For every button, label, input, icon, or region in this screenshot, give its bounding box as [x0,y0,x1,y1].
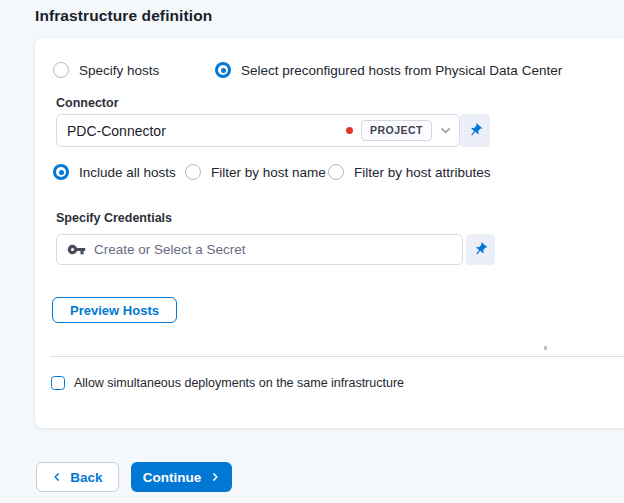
secret-select-field[interactable]: Create or Select a Secret [56,234,463,265]
credentials-label: Specify Credentials [56,211,172,225]
checkbox-unchecked-icon[interactable] [51,376,65,390]
connector-runtime-pin-button[interactable] [460,114,490,147]
simultaneous-deployments-checkbox-row[interactable]: Allow simultaneous deployments on the sa… [51,376,404,390]
connector-label: Connector [56,96,119,110]
back-button-label: Back [70,470,102,485]
radio-label-include-all-hosts: Include all hosts [79,165,176,180]
key-icon [67,240,86,259]
radio-label-specify-hosts: Specify hosts [79,63,159,78]
scope-badge: PROJECT [361,120,432,141]
radio-circle-unselected-icon[interactable] [328,164,344,180]
chevron-left-icon [52,471,62,483]
radio-filter-by-host-name[interactable]: Filter by host name [185,164,326,180]
radio-specify-hosts[interactable]: Specify hosts [53,62,159,78]
radio-circle-selected-icon[interactable] [53,164,69,180]
radio-filter-by-host-attributes[interactable]: Filter by host attributes [328,164,491,180]
connectivity-status-dot [346,127,353,134]
secret-placeholder: Create or Select a Secret [94,242,246,257]
radio-circle-unselected-icon[interactable] [53,62,69,78]
continue-button-label: Continue [143,470,202,485]
continue-button[interactable]: Continue [131,462,232,492]
chevron-right-icon [210,471,220,483]
radio-circle-unselected-icon[interactable] [185,164,201,180]
credentials-runtime-pin-button[interactable] [466,234,495,265]
infrastructure-card: Specify hosts Select preconfigured hosts… [35,38,624,428]
artifact-dot [544,346,547,350]
pushpin-icon [470,239,491,260]
connector-select-field[interactable]: PDC-Connector PROJECT [56,114,460,147]
page-title: Infrastructure definition [35,7,212,25]
simultaneous-deployments-label: Allow simultaneous deployments on the sa… [74,376,404,390]
radio-circle-selected-icon[interactable] [215,62,231,78]
radio-preconfigured-hosts[interactable]: Select preconfigured hosts from Physical… [215,62,562,78]
preview-hosts-button[interactable]: Preview Hosts [52,297,177,323]
radio-label-filter-by-host-attributes: Filter by host attributes [354,165,491,180]
chevron-down-icon[interactable] [439,124,452,137]
section-divider [50,356,624,357]
infrastructure-definition-page: Infrastructure definition Specify hosts … [0,0,624,503]
radio-include-all-hosts[interactable]: Include all hosts [53,164,176,180]
back-button[interactable]: Back [36,462,119,492]
radio-label-filter-by-host-name: Filter by host name [211,165,326,180]
connector-value: PDC-Connector [67,123,166,139]
pushpin-icon [464,120,485,141]
preview-hosts-label: Preview Hosts [70,303,159,318]
radio-label-preconfigured-hosts: Select preconfigured hosts from Physical… [241,63,562,78]
